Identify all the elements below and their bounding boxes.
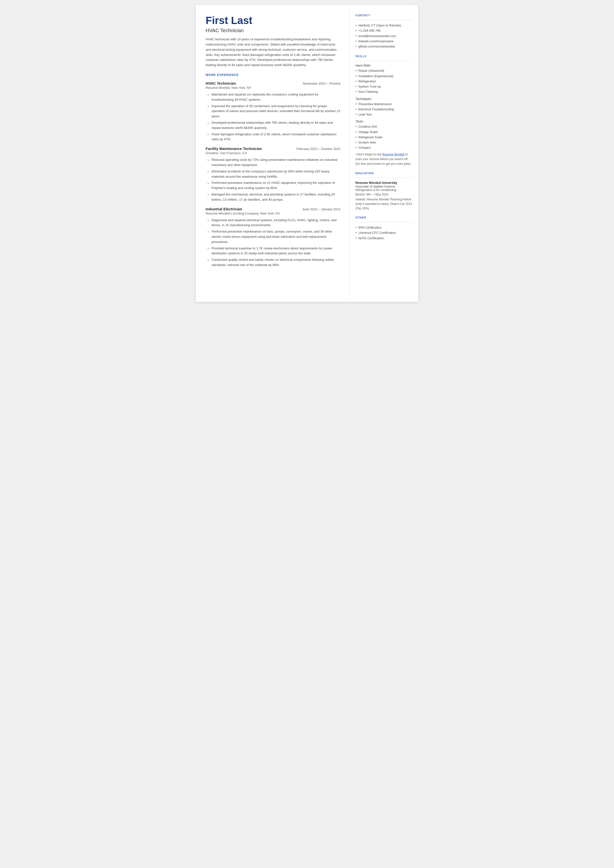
job-1-header: HVAC Technician November 2015 – Present bbox=[206, 81, 341, 85]
tool-1: Cordless Drill bbox=[356, 124, 412, 129]
job-1-bullet-1: Maintained and repaired (or replaced) th… bbox=[208, 92, 341, 102]
skills-divider bbox=[356, 61, 412, 61]
job-1-dates: November 2015 – Present bbox=[303, 82, 341, 85]
job-3-header: Industrial Electrician June 2010 – Janua… bbox=[206, 207, 341, 211]
job-1: HVAC Technician November 2015 – Present … bbox=[206, 81, 341, 142]
edu-location-date: Boston, MA — May 2010 bbox=[356, 193, 412, 196]
job-3: Industrial Electrician June 2010 – Janua… bbox=[206, 207, 341, 268]
tool-3: Refrigerant Scale bbox=[356, 135, 412, 140]
techniques-category-label: Techniques: bbox=[356, 97, 412, 101]
job-2-bullet-4: Managed the mechanical, electrical, and … bbox=[208, 192, 341, 202]
job-2-title: Facility Maintenance Technician bbox=[206, 146, 262, 151]
contact-item-1: Hartford, CT (Open to Remote) bbox=[356, 23, 412, 28]
right-column: CONTACT Hartford, CT (Open to Remote) +1… bbox=[349, 5, 419, 302]
edu-field: Refrigeration & Air conditioning bbox=[356, 188, 412, 192]
job-1-company: Resume Worded, New York, NY bbox=[206, 86, 341, 90]
resume-worded-link[interactable]: Resume Worded bbox=[382, 153, 405, 156]
edu-degree: Associate of Applied Science bbox=[356, 185, 412, 188]
job-1-title: HVAC Technician bbox=[206, 81, 236, 85]
hard-skills-category-label: Hard Skills: bbox=[356, 64, 412, 67]
left-column: First Last HVAC Technician HVAC technici… bbox=[196, 5, 349, 302]
job-1-bullets: Maintained and repaired (or replaced) th… bbox=[208, 92, 341, 142]
job-3-title: Industrial Electrician bbox=[206, 207, 242, 211]
edu-institution: Resume Worded University bbox=[356, 181, 412, 185]
skills-section: SKILLS Hard Skills: Repair (Advanced) In… bbox=[356, 55, 412, 166]
technique-1: Preventive Maintenance bbox=[356, 102, 412, 107]
resume-document: First Last HVAC Technician HVAC technici… bbox=[196, 5, 419, 302]
other-item-1: EPA Certification. bbox=[356, 225, 412, 230]
job-3-bullet-1: Diagnosed and repaired electrical system… bbox=[208, 218, 341, 228]
summary-text: HVAC technician with 10 years of experie… bbox=[206, 37, 341, 68]
job-3-bullet-2: Performed preventive maintenance on fans… bbox=[208, 229, 341, 244]
contact-item-4: linkedin.com/in/username bbox=[356, 39, 412, 44]
hard-skill-1: Repair (Advanced) bbox=[356, 68, 412, 73]
job-2-bullets: Reduced operating costs by 72% using pre… bbox=[208, 157, 341, 202]
job-2-bullet-2: Eliminated accidents at the company's wa… bbox=[208, 169, 341, 179]
skills-label: SKILLS bbox=[356, 55, 412, 59]
hard-skill-5: Duct Cleaning bbox=[356, 89, 412, 95]
contact-list: Hartford, CT (Open to Remote) +1-234-456… bbox=[356, 23, 412, 49]
job-1-bullet-3: Developed professional relationships wit… bbox=[208, 120, 341, 130]
hard-skills-list: Repair (Advanced) Installation (Experien… bbox=[356, 68, 412, 95]
techniques-list: Preventive Maintenance Electrical Troubl… bbox=[356, 102, 412, 118]
job-1-bullet-2: Improved the operation of 29 condensers … bbox=[208, 104, 341, 119]
tool-5: Crimpers bbox=[356, 145, 412, 151]
contact-item-5: github.com/resumeworded bbox=[356, 44, 412, 49]
job-2-bullet-3: Performed preventive maintenance on 21 H… bbox=[208, 180, 341, 191]
contact-label: CONTACT bbox=[356, 14, 412, 18]
tools-category-label: Tools: bbox=[356, 120, 412, 123]
hard-skill-2: Installation (Experienced) bbox=[356, 74, 412, 79]
work-experience-section: WORK EXPERIENCE HVAC Technician November… bbox=[206, 73, 341, 268]
candidate-job-title: HVAC Technician bbox=[206, 28, 341, 33]
other-item-2: Universal CFC Certification. bbox=[356, 230, 412, 236]
other-list: EPA Certification. Universal CFC Certifi… bbox=[356, 225, 412, 241]
contact-divider bbox=[356, 20, 412, 20]
candidate-name: First Last bbox=[206, 15, 341, 26]
contact-item-3: email@resumeworded.com bbox=[356, 34, 412, 39]
job-2-company: Growthsi, San Francisco, CA bbox=[206, 151, 341, 155]
job-3-bullet-4: Conducted quality control and safety che… bbox=[208, 257, 341, 268]
hard-skill-3: Refrigeration bbox=[356, 79, 412, 84]
edu-awards: Awards: Resume Worded Teaching Fellow (o… bbox=[356, 197, 412, 211]
contact-section: CONTACT Hartford, CT (Open to Remote) +1… bbox=[356, 14, 412, 49]
job-1-bullet-4: Fixed damaged refrigeration units of 2.4… bbox=[208, 132, 341, 142]
other-item-3: NATE Certification. bbox=[356, 236, 412, 241]
technique-2: Electrical Troubleshooting bbox=[356, 107, 412, 112]
job-2-header: Facility Maintenance Technician February… bbox=[206, 146, 341, 151]
hard-skill-4: System Tune-up bbox=[356, 84, 412, 89]
tools-list: Cordless Drill Voltage Tester Refrigeran… bbox=[356, 124, 412, 151]
tool-2: Voltage Tester bbox=[356, 130, 412, 135]
job-3-bullet-3: Provided technical expertise to 1.7K roo… bbox=[208, 246, 341, 256]
tool-4: Scratch Awls bbox=[356, 140, 412, 145]
education-section: EDUCATION Resume Worded University Assoc… bbox=[356, 172, 412, 211]
job-2: Facility Maintenance Technician February… bbox=[206, 146, 341, 202]
promo-block: • Don't forget to use Resume Worded to s… bbox=[356, 152, 412, 166]
job-2-bullet-1: Reduced operating costs by 72% using pre… bbox=[208, 157, 341, 168]
job-3-company: Resume Worded's Exciting Company, New Yo… bbox=[206, 211, 341, 215]
contact-item-2: +1-234-456-789 bbox=[356, 28, 412, 33]
other-section: OTHER EPA Certification. Universal CFC C… bbox=[356, 216, 412, 241]
job-2-dates: February 2013 – October 2015 bbox=[296, 147, 341, 151]
education-label: EDUCATION bbox=[356, 172, 412, 175]
job-3-dates: June 2010 – January 2013 bbox=[302, 207, 341, 211]
job-3-bullets: Diagnosed and repaired electrical system… bbox=[208, 218, 341, 268]
promo-prefix: • Don't forget to use bbox=[356, 153, 383, 156]
other-label: OTHER bbox=[356, 216, 412, 220]
technique-3: Leak Test bbox=[356, 112, 412, 117]
work-experience-label: WORK EXPERIENCE bbox=[206, 73, 341, 78]
